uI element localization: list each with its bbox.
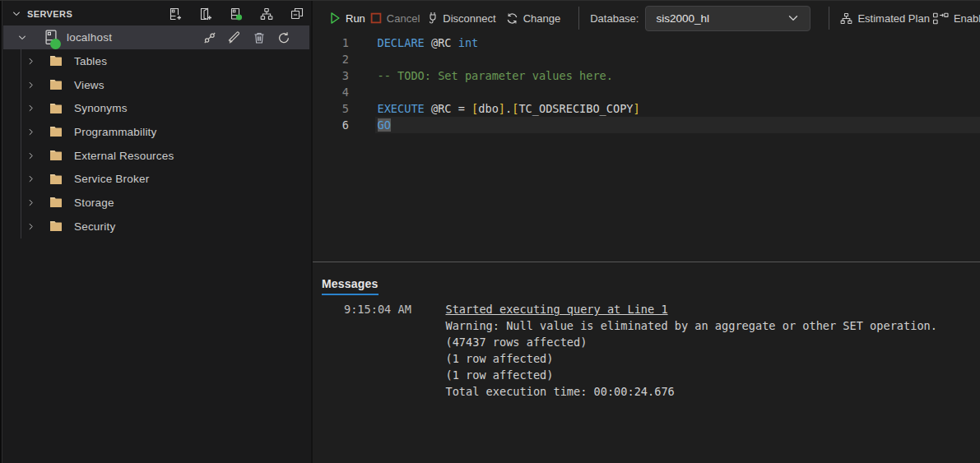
enable-sqlcmd-button[interactable]: Enabl [932,12,980,25]
folder-icon [49,150,63,161]
connections-tree-icon[interactable] [260,7,273,21]
server-icon [44,30,58,45]
new-connection-icon[interactable] [169,7,182,21]
code-line-4[interactable]: 4 [313,84,980,100]
servers-sidebar: SERVERS [0,0,313,463]
server-row-actions [203,31,309,44]
folder-icon [49,55,63,67]
code-text: GO [378,118,391,132]
server-online-dot [50,39,61,49]
line-number: 4 [313,84,349,100]
database-dropdown[interactable]: sis2000_hl [645,6,810,31]
messages-output: 9:15:04 AMStarted executing query at Lin… [313,301,980,400]
folder-icon [49,79,63,90]
folder-icon [49,174,63,185]
code-text: -- TODO: Set parameter values here. [378,69,613,82]
chevron-right-icon[interactable] [26,151,35,160]
line-number: 5 [313,100,349,117]
edit-pencil-icon[interactable] [228,31,241,44]
stop-icon [371,14,380,23]
object-explorer-tree: TablesViewsSynonymsProgrammabilityExtern… [3,49,309,238]
tree-item-label: Security [74,220,115,233]
change-connection-icon [506,12,518,25]
message-row: Warning: Null value is eliminated by an … [313,317,980,334]
disconnect-button[interactable]: Disconnect [428,12,495,25]
code-line-5[interactable]: 5EXECUTE @RC = [dbo].[TC_ODSRECIBO_COPY] [313,100,980,117]
folder-icon [49,103,63,114]
tree-item-label: Synonyms [74,102,128,114]
tree-item-security[interactable]: Security [3,215,309,238]
tree-item-service-broker[interactable]: Service Broker [3,167,309,191]
tab-messages[interactable]: Messages [322,276,379,295]
message-text: (1 row affected) [446,352,554,365]
estimated-plan-button[interactable]: Estimated Plan [840,12,929,25]
chevron-right-icon[interactable] [26,81,35,90]
code-line-1[interactable]: 1DECLARE @RC int [313,35,980,51]
servers-panel-title: SERVERS [27,9,72,19]
chevron-right-icon[interactable] [26,198,35,207]
servers-header-actions [169,7,309,21]
message-text: Warning: Null value is eliminated by an … [446,319,937,332]
folder-icon [49,126,63,137]
line-number: 6 [313,117,349,133]
database-label: Database: [590,12,639,25]
refresh-icon[interactable] [277,31,290,44]
collapse-all-icon[interactable] [290,7,304,21]
chevron-down-icon[interactable] [17,33,27,43]
message-text: (47437 rows affected) [446,336,588,349]
change-connection-button[interactable]: Change [506,12,561,25]
estimated-plan-icon [840,12,852,25]
message-timestamp: 9:15:04 AM [344,301,446,317]
database-dropdown-value: sis2000_hl [656,12,709,25]
server-item-localhost[interactable]: localhost [3,25,309,49]
message-text: (1 row affected) [446,368,554,382]
tree-item-tables[interactable]: Tables [3,49,309,73]
run-button[interactable]: Run [329,12,365,25]
chevron-right-icon[interactable] [26,174,35,183]
line-number: 1 [313,35,349,51]
message-row: (1 row affected) [313,350,980,367]
chevron-right-icon[interactable] [26,222,35,231]
tree-item-storage[interactable]: Storage [3,191,309,215]
cancel-button[interactable]: Cancel [370,12,420,25]
delete-trash-icon[interactable] [253,31,266,44]
query-editor-group: Run Cancel Disconnect Change Database: [313,0,980,463]
code-line-2[interactable]: 2 [313,51,980,67]
tree-item-label: External Resources [74,150,174,162]
query-toolbar: Run Cancel Disconnect Change Database: [313,0,980,33]
tree-item-label: Tables [74,55,107,67]
sql-editor[interactable]: 1DECLARE @RC int23-- TODO: Set parameter… [313,33,980,262]
tree-item-external-resources[interactable]: External Resources [3,144,309,168]
chevron-right-icon[interactable] [26,57,35,66]
code-line-3[interactable]: 3-- TODO: Set parameter values here. [313,67,980,84]
message-link[interactable]: Started executing query at Line 1 [446,303,668,316]
folder-icon [49,197,63,208]
message-row: Total execution time: 00:00:24.676 [313,383,980,400]
toolbar-separator [829,7,829,30]
results-panel: Messages 9:15:04 AMStarted executing que… [313,262,980,463]
tree-item-label: Service Broker [74,173,149,185]
code-line-6[interactable]: 6GO [313,117,980,133]
folder-icon [49,220,63,232]
chevron-right-icon[interactable] [26,127,35,137]
message-row: (47437 rows affected) [313,334,980,350]
tree-item-synonyms[interactable]: Synonyms [3,96,309,120]
message-text: Total execution time: 00:00:24.676 [446,385,675,398]
code-text: DECLARE @RC int [378,36,479,49]
new-server-group-icon[interactable] [199,7,212,21]
tree-item-label: Storage [74,197,114,209]
toolbar-separator [578,7,579,30]
active-connections-icon[interactable] [230,7,243,21]
servers-panel-header[interactable]: SERVERS [3,0,309,25]
chevron-down-icon [787,12,800,25]
tree-item-views[interactable]: Views [3,73,309,97]
disconnect-plug-icon[interactable] [203,31,216,44]
tree-item-label: Views [74,79,105,91]
window-top-edge [0,0,980,1]
chevron-right-icon[interactable] [26,104,35,113]
code-text: EXECUTE @RC = [dbo].[TC_ODSRECIBO_COPY] [378,102,640,115]
tree-item-programmability[interactable]: Programmability [3,120,309,144]
chevron-down-icon [12,9,21,19]
message-row: (1 row affected) [313,367,980,383]
message-row: 9:15:04 AMStarted executing query at Lin… [313,301,980,317]
